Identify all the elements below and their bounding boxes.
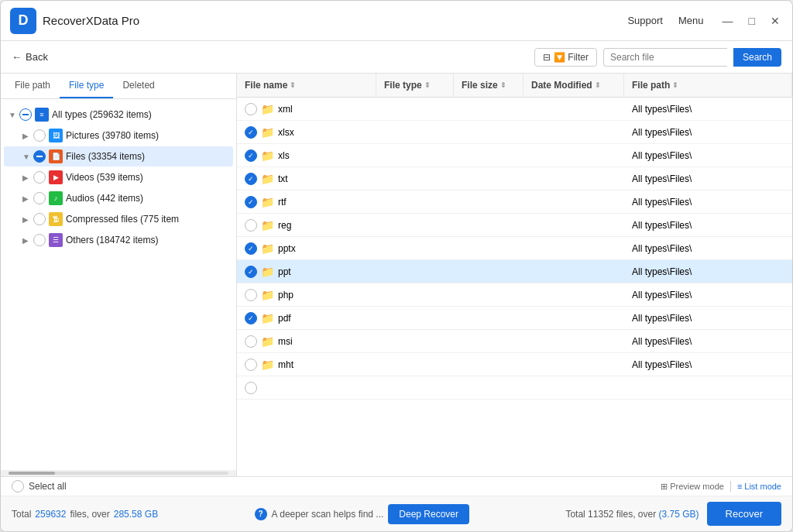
row-checkbox-pptx[interactable]: ✓: [245, 242, 257, 255]
row-checkbox-txt[interactable]: ✓: [245, 173, 257, 185]
tree-item-files[interactable]: ▼ 📄 Files (33354 items): [4, 146, 233, 166]
table-row[interactable]: ✓ 📁 pdf All types\Files\: [237, 307, 792, 330]
close-button[interactable]: ✕: [767, 13, 783, 29]
row-checkbox-pdf[interactable]: ✓: [245, 312, 257, 324]
table-row[interactable]: 📁 php All types\Files\: [237, 283, 792, 307]
table-row[interactable]: 📁 mht All types\Files\: [237, 353, 792, 376]
tab-file-type[interactable]: File type: [60, 74, 113, 98]
cell-name: ✓ 📁 rtf: [237, 193, 376, 211]
check-compressed[interactable]: [33, 213, 46, 225]
table-row[interactable]: 📁 msi All types\Files\: [237, 330, 792, 353]
table-row[interactable]: ✓ 📁 txt All types\Files\: [237, 167, 792, 190]
cell-type: [376, 106, 454, 112]
tree-item-pictures[interactable]: ▶ 🖼 Pictures (39780 items): [4, 125, 233, 146]
tree-item-all-types[interactable]: ▼ ≡ All types (259632 items): [4, 105, 233, 125]
minimize-button[interactable]: —: [719, 13, 736, 29]
search-button[interactable]: Search: [733, 48, 781, 67]
total-label: Total: [12, 509, 31, 520]
cell-type: [376, 129, 454, 136]
table-row[interactable]: 📁 reg All types\Files\: [237, 214, 792, 237]
cell-type: [376, 362, 454, 368]
row-checkbox-rtf[interactable]: ✓: [245, 196, 257, 208]
table-row[interactable]: ✓ 📁 pptx All types\Files\: [237, 237, 792, 260]
list-mode-icon: ≡: [737, 482, 742, 491]
file-icon-xlsx: 📁: [261, 126, 274, 139]
cell-name: ✓ 📁 xls: [237, 146, 376, 165]
cell-name: 📁 msi: [237, 332, 376, 351]
tree-item-others[interactable]: ▶ ☰ Others (184742 items): [4, 230, 233, 250]
preview-mode-button[interactable]: ⊞ Preview mode: [661, 482, 724, 492]
col-header-size[interactable]: File size ⇕: [454, 74, 524, 97]
tree-arrow-all: ▼: [9, 111, 19, 119]
cell-date: [524, 292, 624, 298]
row-checkbox-mht[interactable]: [245, 359, 257, 371]
app-logo: D: [10, 8, 36, 34]
row-checkbox-xlsx[interactable]: ✓: [245, 126, 257, 139]
list-mode-button[interactable]: ≡ List mode: [737, 482, 781, 491]
all-types-icon: ≡: [35, 108, 49, 122]
sort-icon-path: ⇕: [672, 81, 678, 89]
table-row[interactable]: 📁 xml All types\Files\: [237, 98, 792, 121]
status-bar: Total 259632 files, over 285.58 GB ? A d…: [1, 496, 792, 531]
cell-date: [524, 269, 624, 275]
row-checkbox-xml[interactable]: [245, 103, 257, 115]
cell-size: [454, 222, 524, 228]
recover-button[interactable]: Recover: [707, 502, 781, 526]
left-tabs: File path File type Deleted: [1, 74, 236, 99]
audios-icon: ♪: [49, 191, 63, 205]
check-others[interactable]: [33, 234, 46, 246]
col-header-name[interactable]: File name ⇕: [237, 74, 376, 97]
file-icon-txt: 📁: [261, 173, 274, 185]
select-all-area[interactable]: Select all: [12, 480, 648, 493]
cell-name: ✓ 📁 pptx: [237, 239, 376, 258]
row-checkbox-php[interactable]: [245, 289, 257, 301]
tree-item-audios[interactable]: ▶ ♪ Audios (442 items): [4, 188, 233, 208]
table-row[interactable]: ✓ 📁 xlsx All types\Files\: [237, 121, 792, 144]
tree-item-videos[interactable]: ▶ ▶ Videos (539 items): [4, 167, 233, 187]
tab-file-path[interactable]: File path: [5, 74, 60, 98]
select-all-checkbox[interactable]: [12, 480, 24, 493]
check-audios[interactable]: [33, 192, 46, 204]
left-scrollbar[interactable]: [1, 470, 236, 476]
support-menu-item[interactable]: Support: [627, 15, 663, 26]
title-right: Support Menu — □ ✕: [627, 13, 783, 29]
cell-type: [376, 222, 454, 228]
row-checkbox-reg[interactable]: [245, 219, 257, 232]
file-icon-reg: 📁: [261, 219, 274, 232]
maximize-button[interactable]: □: [746, 13, 758, 29]
col-header-date[interactable]: Date Modified ⇕: [524, 74, 624, 97]
filter-button[interactable]: ⊟ 🔽 Filter: [534, 48, 597, 67]
check-pictures[interactable]: [33, 129, 46, 142]
search-input[interactable]: [603, 48, 727, 67]
check-files[interactable]: [33, 150, 46, 163]
cell-date: [524, 176, 624, 182]
cell-path: All types\Files\: [624, 310, 792, 327]
table-row[interactable]: [237, 376, 792, 400]
col-header-path[interactable]: File path ⇕: [624, 74, 792, 97]
cell-path: All types\Files\: [624, 356, 792, 373]
title-bar: D RecoverXData Pro Support Menu — □ ✕: [1, 1, 792, 41]
cell-name: [237, 379, 376, 397]
table-row-selected[interactable]: ✓ 📁 ppt All types\Files\: [237, 260, 792, 283]
tab-deleted[interactable]: Deleted: [113, 74, 163, 98]
check-all[interactable]: [19, 108, 32, 121]
row-checkbox-partial[interactable]: [245, 382, 257, 394]
cell-size: [454, 362, 524, 368]
menu-menu-item[interactable]: Menu: [678, 15, 704, 26]
table-row[interactable]: ✓ 📁 rtf All types\Files\: [237, 190, 792, 214]
cell-name: 📁 reg: [237, 216, 376, 235]
row-checkbox-ppt[interactable]: ✓: [245, 266, 257, 278]
deep-recover-button[interactable]: Deep Recover: [388, 504, 469, 524]
row-checkbox-msi[interactable]: [245, 335, 257, 348]
table-row[interactable]: ✓ 📁 xls All types\Files\: [237, 144, 792, 167]
cell-type: [376, 338, 454, 345]
tree-item-compressed[interactable]: ▶ 🗜 Compressed files (775 item: [4, 209, 233, 229]
total-right-text: Total 11352 files, over (3.75 GB): [565, 509, 699, 520]
cell-type: [376, 176, 454, 182]
check-videos[interactable]: [33, 171, 46, 184]
table-body: 📁 xml All types\Files\ ✓ 📁 xlsx: [237, 98, 792, 476]
row-checkbox-xls[interactable]: ✓: [245, 149, 257, 162]
col-header-type[interactable]: File type ⇕: [376, 74, 454, 97]
tree-label-others: Others (184742 items): [66, 235, 227, 245]
back-button[interactable]: ← Back: [12, 51, 48, 63]
